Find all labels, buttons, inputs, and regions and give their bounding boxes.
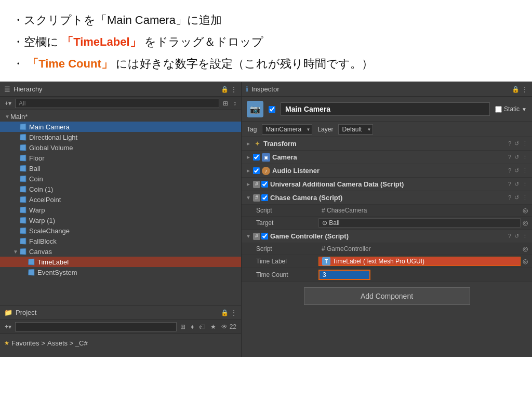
tree-cube-icon <box>19 237 27 245</box>
more-icon[interactable]: ⋮ <box>522 167 528 174</box>
revert-icon[interactable]: ↺ <box>514 154 519 161</box>
revert-icon[interactable]: ↺ <box>514 167 519 174</box>
property-circle-button[interactable]: ◎ <box>523 245 528 252</box>
project-icon2[interactable]: ♦ <box>189 323 195 331</box>
static-row: Static ▼ <box>495 105 527 113</box>
hierarchy-title-group: ☰ Hierarchy <box>4 85 43 93</box>
project-icon4[interactable]: ★ <box>209 323 218 331</box>
project-header-actions: 🔒 ⋮ <box>221 309 237 316</box>
project-title-group: 📁 Project <box>4 309 36 316</box>
time-count-value-field[interactable]: 3 <box>318 270 370 280</box>
component-row-transform[interactable]: ►✦Transform?↺⋮ <box>242 137 532 151</box>
tag-select[interactable]: MainCamera <box>262 124 312 135</box>
property-value-field[interactable]: ⊙ Ball <box>318 218 521 228</box>
component-row-audio[interactable]: ►♪Audio Listener?↺⋮ <box>242 164 532 178</box>
object-icon: 📷 <box>247 101 263 117</box>
component-actions: ?↺⋮ <box>508 194 528 201</box>
property-circle-button[interactable]: ◎ <box>523 207 528 214</box>
component-enable-checkbox[interactable] <box>253 167 260 174</box>
layer-label: Layer <box>317 126 333 133</box>
revert-icon[interactable]: ↺ <box>514 194 519 201</box>
hierarchy-tree: ▼Main*Main CameraDirectional LightGlobal… <box>0 110 241 305</box>
property-circle-button[interactable]: ◎ <box>523 219 528 227</box>
project-search-input[interactable] <box>15 322 177 331</box>
hierarchy-grid-icon[interactable]: ⊞ <box>221 99 230 108</box>
more-icon[interactable]: ⋮ <box>522 154 528 161</box>
question-icon[interactable]: ? <box>508 140 511 147</box>
property-label: Script <box>256 207 318 214</box>
tree-item[interactable]: Global Volume <box>0 142 241 153</box>
favorites-label: Favorites <box>11 339 39 347</box>
inspector-menu-dots[interactable]: ⋮ <box>522 86 528 93</box>
tree-item[interactable]: Floor <box>0 153 241 163</box>
static-checkbox[interactable] <box>495 106 502 113</box>
time-label-value-field[interactable]: TTimeLabel (Text Mesh Pro UGUI) <box>318 257 521 266</box>
component-row-chase[interactable]: ▼#Chase Camera (Script)?↺⋮ <box>242 191 532 205</box>
property-circle-button[interactable]: ◎ <box>523 258 528 265</box>
component-row-universal[interactable]: ►#Universal Additional Camera Data (Scri… <box>242 178 532 191</box>
hierarchy-sort-icon[interactable]: ↕ <box>232 99 238 108</box>
more-icon[interactable]: ⋮ <box>522 140 528 147</box>
instruction-line-1: ・スクリプトを「Main Camera」に追加 <box>12 9 520 31</box>
hierarchy-add-button[interactable]: +▾ <box>3 99 13 108</box>
tree-cube-icon <box>19 143 27 152</box>
object-enable-checkbox[interactable] <box>269 106 275 113</box>
tree-item[interactable]: ▼Canvas <box>0 246 241 257</box>
tree-item-label: AccelPoint <box>29 196 61 204</box>
more-icon[interactable]: ⋮ <box>522 233 528 240</box>
tree-item-label: Main Camera <box>29 123 70 131</box>
tree-item[interactable]: EventSystem <box>0 267 241 277</box>
question-icon[interactable]: ? <box>508 167 511 174</box>
revert-icon[interactable]: ↺ <box>514 140 519 147</box>
question-icon[interactable]: ? <box>508 181 511 188</box>
more-icon[interactable]: ⋮ <box>522 194 528 201</box>
question-icon[interactable]: ? <box>508 154 511 161</box>
component-enable-checkbox[interactable] <box>261 194 268 201</box>
project-breadcrumb-row: ★ Favorites > Assets > _C# <box>0 334 241 352</box>
object-name-field[interactable] <box>281 102 490 116</box>
inspector-title: Inspector <box>251 85 279 93</box>
audio-icon: ♪ <box>262 167 270 175</box>
question-icon[interactable]: ? <box>508 194 511 201</box>
component-actions: ?↺⋮ <box>508 181 528 188</box>
revert-icon[interactable]: ↺ <box>514 233 519 240</box>
tree-item[interactable]: ▼Main* <box>0 111 241 122</box>
component-enable-checkbox[interactable] <box>261 233 268 240</box>
tree-item[interactable]: AccelPoint <box>0 194 241 205</box>
project-icon3[interactable]: 🏷 <box>197 323 207 331</box>
tree-item[interactable]: Directional Light <box>0 132 241 142</box>
project-add-button[interactable]: +▾ <box>3 323 13 331</box>
tree-item[interactable]: Coin (1) <box>0 184 241 194</box>
add-component-button[interactable]: Add Component <box>304 287 470 305</box>
hierarchy-menu-dots[interactable]: ⋮ <box>231 86 237 93</box>
tree-item[interactable]: Coin <box>0 174 241 184</box>
tree-item[interactable]: FallBlock <box>0 236 241 246</box>
tree-item[interactable]: TimeLabel <box>0 257 241 267</box>
time-label-text: TimeLabel (Text Mesh Pro UGUI) <box>332 258 424 265</box>
static-dropdown[interactable]: ▼ <box>522 107 527 112</box>
component-actions: ?↺⋮ <box>508 167 528 174</box>
hierarchy-header: ☰ Hierarchy 🔒 ⋮ <box>0 82 241 97</box>
more-icon[interactable]: ⋮ <box>522 181 528 188</box>
tree-item[interactable]: Warp <box>0 205 241 215</box>
tree-item[interactable]: ScaleChange <box>0 225 241 236</box>
component-enable-checkbox[interactable] <box>253 154 260 161</box>
component-row-gamecontroller[interactable]: ▼#Game Controller (Script)?↺⋮ <box>242 230 532 243</box>
component-enable-checkbox[interactable] <box>261 181 268 188</box>
project-menu-dots[interactable]: ⋮ <box>231 309 237 316</box>
instructions-section: ・スクリプトを「Main Camera」に追加 ・空欄に 「TimeLabel」… <box>0 0 532 82</box>
project-icon1[interactable]: ⊞ <box>179 323 187 331</box>
component-row-camera[interactable]: ►▣Camera?↺⋮ <box>242 151 532 164</box>
revert-icon[interactable]: ↺ <box>514 181 519 188</box>
hierarchy-title: Hierarchy <box>14 85 43 93</box>
tree-item[interactable]: Warp (1) <box>0 215 241 225</box>
tree-item-label: Warp (1) <box>29 217 55 224</box>
component-name-label: Camera <box>272 153 508 161</box>
hierarchy-search-input[interactable] <box>15 99 219 108</box>
question-icon[interactable]: ? <box>508 233 511 240</box>
tree-item[interactable]: Main Camera <box>0 122 241 132</box>
tree-item[interactable]: Ball <box>0 163 241 174</box>
layer-select[interactable]: Default <box>338 124 373 135</box>
breadcrumb: ★ Favorites > Assets > _C# <box>4 339 88 347</box>
unity-editor: ☰ Hierarchy 🔒 ⋮ +▾ ⊞ ↕ ▼Main*Main Camera… <box>0 82 532 357</box>
